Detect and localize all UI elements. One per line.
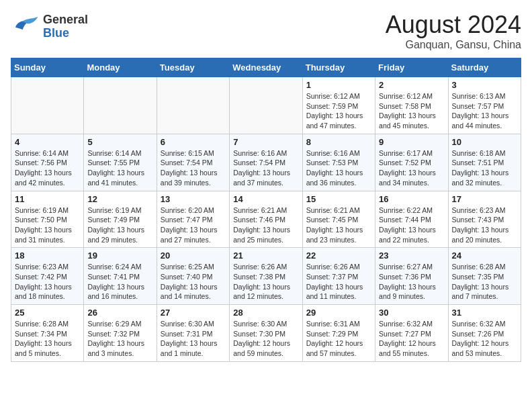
calendar-cell: 27Sunrise: 6:30 AM Sunset: 7:31 PM Dayli… bbox=[157, 305, 229, 362]
day-number: 2 bbox=[379, 80, 444, 90]
calendar-subtitle: Ganquan, Gansu, China bbox=[386, 39, 521, 51]
page-header: General Blue August 2024 Ganquan, Gansu,… bbox=[11, 11, 521, 51]
day-info: Sunrise: 6:21 AM Sunset: 7:46 PM Dayligh… bbox=[233, 205, 298, 245]
calendar-cell: 10Sunrise: 6:18 AM Sunset: 7:51 PM Dayli… bbox=[448, 134, 521, 191]
day-number: 18 bbox=[15, 250, 80, 261]
day-number: 15 bbox=[306, 194, 371, 204]
day-number: 28 bbox=[233, 308, 298, 318]
day-info: Sunrise: 6:22 AM Sunset: 7:44 PM Dayligh… bbox=[379, 205, 444, 245]
day-info: Sunrise: 6:13 AM Sunset: 7:57 PM Dayligh… bbox=[452, 91, 517, 131]
day-number: 3 bbox=[452, 80, 517, 90]
day-info: Sunrise: 6:23 AM Sunset: 7:43 PM Dayligh… bbox=[452, 205, 517, 245]
day-number: 21 bbox=[233, 250, 298, 261]
day-info: Sunrise: 6:28 AM Sunset: 7:35 PM Dayligh… bbox=[452, 262, 517, 302]
calendar-cell: 1Sunrise: 6:12 AM Sunset: 7:59 PM Daylig… bbox=[302, 77, 375, 134]
logo-blue: Blue bbox=[43, 27, 88, 40]
weekday-row: SundayMondayTuesdayWednesdayThursdayFrid… bbox=[11, 58, 521, 77]
weekday-header-friday: Friday bbox=[375, 58, 448, 77]
calendar-cell: 2Sunrise: 6:12 AM Sunset: 7:58 PM Daylig… bbox=[375, 77, 448, 134]
day-info: Sunrise: 6:15 AM Sunset: 7:54 PM Dayligh… bbox=[161, 148, 226, 188]
day-info: Sunrise: 6:16 AM Sunset: 7:53 PM Dayligh… bbox=[306, 148, 371, 188]
title-block: August 2024 Ganquan, Gansu, China bbox=[386, 11, 521, 51]
day-info: Sunrise: 6:14 AM Sunset: 7:55 PM Dayligh… bbox=[87, 148, 152, 188]
calendar-cell: 28Sunrise: 6:30 AM Sunset: 7:30 PM Dayli… bbox=[230, 305, 302, 362]
calendar-cell bbox=[11, 77, 84, 134]
calendar-cell bbox=[84, 77, 157, 134]
day-info: Sunrise: 6:29 AM Sunset: 7:32 PM Dayligh… bbox=[87, 319, 152, 359]
day-info: Sunrise: 6:12 AM Sunset: 7:59 PM Dayligh… bbox=[306, 91, 371, 131]
logo-general: General bbox=[43, 13, 88, 27]
day-info: Sunrise: 6:32 AM Sunset: 7:27 PM Dayligh… bbox=[379, 319, 444, 359]
day-number: 16 bbox=[379, 194, 444, 204]
day-number: 17 bbox=[452, 194, 517, 204]
calendar-cell: 21Sunrise: 6:26 AM Sunset: 7:38 PM Dayli… bbox=[230, 248, 302, 305]
calendar-cell: 19Sunrise: 6:24 AM Sunset: 7:41 PM Dayli… bbox=[84, 248, 157, 305]
calendar-cell: 26Sunrise: 6:29 AM Sunset: 7:32 PM Dayli… bbox=[84, 305, 157, 362]
calendar-cell: 8Sunrise: 6:16 AM Sunset: 7:53 PM Daylig… bbox=[302, 134, 375, 191]
day-info: Sunrise: 6:28 AM Sunset: 7:34 PM Dayligh… bbox=[15, 319, 80, 359]
weekday-header-tuesday: Tuesday bbox=[157, 58, 229, 77]
calendar-week-2: 4Sunrise: 6:14 AM Sunset: 7:56 PM Daylig… bbox=[11, 134, 521, 191]
day-number: 25 bbox=[15, 308, 80, 318]
day-number: 9 bbox=[379, 137, 444, 147]
day-number: 30 bbox=[379, 308, 444, 318]
calendar-header: SundayMondayTuesdayWednesdayThursdayFrid… bbox=[11, 58, 521, 77]
logo-icon bbox=[11, 11, 40, 43]
day-number: 13 bbox=[161, 194, 226, 204]
calendar-cell: 9Sunrise: 6:17 AM Sunset: 7:52 PM Daylig… bbox=[375, 134, 448, 191]
logo-text: General Blue bbox=[43, 13, 88, 40]
day-info: Sunrise: 6:30 AM Sunset: 7:31 PM Dayligh… bbox=[161, 319, 226, 359]
logo: General Blue bbox=[11, 11, 88, 43]
day-info: Sunrise: 6:26 AM Sunset: 7:38 PM Dayligh… bbox=[233, 262, 298, 302]
day-info: Sunrise: 6:32 AM Sunset: 7:26 PM Dayligh… bbox=[452, 319, 517, 359]
calendar-cell: 22Sunrise: 6:26 AM Sunset: 7:37 PM Dayli… bbox=[302, 248, 375, 305]
day-info: Sunrise: 6:27 AM Sunset: 7:36 PM Dayligh… bbox=[379, 262, 444, 302]
day-number: 19 bbox=[87, 250, 152, 261]
calendar-cell: 11Sunrise: 6:19 AM Sunset: 7:50 PM Dayli… bbox=[11, 191, 84, 248]
day-number: 7 bbox=[233, 137, 298, 147]
calendar-cell: 6Sunrise: 6:15 AM Sunset: 7:54 PM Daylig… bbox=[157, 134, 229, 191]
weekday-header-monday: Monday bbox=[84, 58, 157, 77]
day-number: 4 bbox=[15, 137, 80, 147]
calendar-cell: 16Sunrise: 6:22 AM Sunset: 7:44 PM Dayli… bbox=[375, 191, 448, 248]
calendar-cell: 29Sunrise: 6:31 AM Sunset: 7:29 PM Dayli… bbox=[302, 305, 375, 362]
day-info: Sunrise: 6:18 AM Sunset: 7:51 PM Dayligh… bbox=[452, 148, 517, 188]
calendar-cell: 25Sunrise: 6:28 AM Sunset: 7:34 PM Dayli… bbox=[11, 305, 84, 362]
calendar-cell: 30Sunrise: 6:32 AM Sunset: 7:27 PM Dayli… bbox=[375, 305, 448, 362]
day-number: 6 bbox=[161, 137, 226, 147]
day-number: 23 bbox=[379, 250, 444, 261]
day-number: 29 bbox=[306, 308, 371, 318]
day-info: Sunrise: 6:23 AM Sunset: 7:42 PM Dayligh… bbox=[15, 262, 80, 302]
calendar-cell bbox=[157, 77, 229, 134]
day-number: 8 bbox=[306, 137, 371, 147]
weekday-header-sunday: Sunday bbox=[11, 58, 84, 77]
weekday-header-thursday: Thursday bbox=[302, 58, 375, 77]
day-info: Sunrise: 6:17 AM Sunset: 7:52 PM Dayligh… bbox=[379, 148, 444, 188]
day-number: 22 bbox=[306, 250, 371, 261]
calendar-body: 1Sunrise: 6:12 AM Sunset: 7:59 PM Daylig… bbox=[11, 77, 521, 362]
day-number: 10 bbox=[452, 137, 517, 147]
day-info: Sunrise: 6:19 AM Sunset: 7:49 PM Dayligh… bbox=[87, 205, 152, 245]
calendar-cell: 15Sunrise: 6:21 AM Sunset: 7:45 PM Dayli… bbox=[302, 191, 375, 248]
day-info: Sunrise: 6:24 AM Sunset: 7:41 PM Dayligh… bbox=[87, 262, 152, 302]
calendar-cell: 5Sunrise: 6:14 AM Sunset: 7:55 PM Daylig… bbox=[84, 134, 157, 191]
day-number: 1 bbox=[306, 80, 371, 90]
calendar-cell: 18Sunrise: 6:23 AM Sunset: 7:42 PM Dayli… bbox=[11, 248, 84, 305]
calendar-cell: 4Sunrise: 6:14 AM Sunset: 7:56 PM Daylig… bbox=[11, 134, 84, 191]
day-info: Sunrise: 6:12 AM Sunset: 7:58 PM Dayligh… bbox=[379, 91, 444, 131]
day-info: Sunrise: 6:19 AM Sunset: 7:50 PM Dayligh… bbox=[15, 205, 80, 245]
calendar-cell: 31Sunrise: 6:32 AM Sunset: 7:26 PM Dayli… bbox=[448, 305, 521, 362]
calendar-week-5: 25Sunrise: 6:28 AM Sunset: 7:34 PM Dayli… bbox=[11, 305, 521, 362]
weekday-header-wednesday: Wednesday bbox=[230, 58, 302, 77]
day-number: 26 bbox=[87, 308, 152, 318]
calendar-table: SundayMondayTuesdayWednesdayThursdayFrid… bbox=[11, 58, 521, 362]
day-number: 27 bbox=[161, 308, 226, 318]
day-info: Sunrise: 6:14 AM Sunset: 7:56 PM Dayligh… bbox=[15, 148, 80, 188]
calendar-cell: 12Sunrise: 6:19 AM Sunset: 7:49 PM Dayli… bbox=[84, 191, 157, 248]
calendar-title: August 2024 bbox=[386, 11, 521, 39]
calendar-cell: 24Sunrise: 6:28 AM Sunset: 7:35 PM Dayli… bbox=[448, 248, 521, 305]
day-number: 5 bbox=[87, 137, 152, 147]
day-info: Sunrise: 6:20 AM Sunset: 7:47 PM Dayligh… bbox=[161, 205, 226, 245]
calendar-cell: 23Sunrise: 6:27 AM Sunset: 7:36 PM Dayli… bbox=[375, 248, 448, 305]
day-number: 11 bbox=[15, 194, 80, 204]
